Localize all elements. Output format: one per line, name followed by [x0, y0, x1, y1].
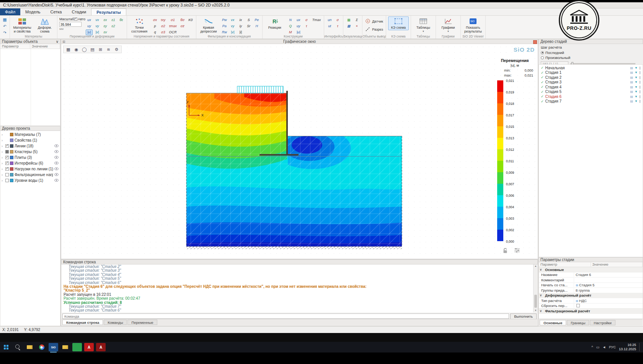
- taskbar-app-icon[interactable]: [37, 343, 46, 351]
- command-input[interactable]: [62, 313, 509, 319]
- result-toggle-button[interactable]: τmax: [168, 23, 178, 29]
- visibility-checkbox[interactable]: [5, 179, 9, 182]
- scroll-down-icon[interactable]: ▼: [534, 309, 538, 312]
- collapse-icon[interactable]: ∨: [539, 294, 543, 297]
- result-toggle-button[interactable]: Tmax: [311, 17, 322, 23]
- stage-item[interactable]: ✓ Стадия 5 ▤ ▼ ∥: [539, 90, 643, 95]
- display-filters-icon[interactable]: [514, 248, 520, 255]
- result-toggle-button[interactable]: Q: [287, 23, 294, 29]
- param-checkbox[interactable]: [576, 304, 580, 307]
- stage-param-row[interactable]: ∨ Фильтрационный расчёт: [539, 309, 643, 314]
- depression-curve-button[interactable]: Кривая депрессии: [198, 16, 219, 34]
- result-toggle-button[interactable]: un: [326, 17, 333, 23]
- taskbar-app-icon[interactable]: [13, 343, 23, 351]
- scale-input[interactable]: [59, 22, 82, 27]
- project-tree-item[interactable]: › Кластеры (5): [0, 149, 60, 155]
- result-toggle-button[interactable]: N: [287, 17, 294, 23]
- radio-custom-step[interactable]: Произвольный: [541, 55, 641, 60]
- visibility-checkbox[interactable]: [5, 162, 9, 165]
- result-toggle-button[interactable]: vy: [94, 23, 101, 29]
- quick-access-button[interactable]: ↶: [2, 23, 8, 29]
- show-results-button[interactable]: SiO Показать результаты: [463, 16, 483, 34]
- canvas-toolbar-button[interactable]: ⊞: [97, 46, 104, 52]
- console-tab[interactable]: Команды: [104, 320, 127, 325]
- eye-icon[interactable]: [54, 167, 59, 171]
- result-toggle-button[interactable]: Sr: [245, 23, 252, 29]
- quick-access-button[interactable]: ↷: [2, 30, 8, 36]
- charts-button[interactable]: Графики: [438, 16, 459, 33]
- stage-item[interactable]: ✓ Стадия 7 ▤ ▼ ∥: [539, 99, 643, 104]
- result-toggle-button[interactable]: Pe: [253, 17, 260, 23]
- expander-icon[interactable]: ›: [2, 162, 4, 165]
- canvas-toolbar-button[interactable]: ◯: [81, 46, 88, 52]
- expander-icon[interactable]: ›: [2, 139, 4, 142]
- stage-param-row[interactable]: ∨ Тип расчёта НДС: [539, 298, 643, 304]
- result-toggle-button[interactable]: ix: [237, 17, 244, 23]
- radio-last-step[interactable]: Последний: [541, 50, 641, 55]
- scroll-up-icon[interactable]: ▲: [534, 264, 538, 268]
- result-toggle-button[interactable]: uy: [86, 23, 93, 29]
- canvas-toolbar-button[interactable]: ▤: [89, 46, 96, 52]
- run-command-button[interactable]: Выполнить: [510, 313, 537, 319]
- result-toggle-button[interactable]: ε1: [110, 17, 117, 23]
- stage-item[interactable]: ✓ Стадия 4 ▤ ▼ ∥: [539, 85, 643, 90]
- tray-chevron-icon[interactable]: ^: [591, 345, 593, 349]
- tray-volume-icon[interactable]: ◄: [602, 345, 606, 349]
- result-toggle-button[interactable]: ux: [86, 17, 93, 23]
- menu-tab[interactable]: Модель: [20, 8, 45, 15]
- result-toggle-button[interactable]: ux: [295, 17, 302, 23]
- stage-item[interactable]: ✓ Стадия 6 ▤ ▼ ∥: [539, 94, 643, 99]
- result-toggle-button[interactable]: H: [253, 23, 260, 29]
- deform-scheme-button[interactable]: Деформ. схема: [34, 16, 55, 34]
- stage-item[interactable]: ✓ Начальная ▤ ▼ ∥: [539, 65, 643, 70]
- result-toggle-button[interactable]: uy: [295, 23, 302, 29]
- visibility-checkbox[interactable]: [5, 156, 9, 159]
- show-desktop-button[interactable]: [639, 343, 641, 351]
- visualization-toggle-button[interactable]: Σ: [353, 17, 360, 23]
- section-cut-button[interactable]: Разрез: [364, 26, 384, 33]
- stage-item[interactable]: ✓ Стадия 1 ▤ ▼ ∥: [539, 70, 643, 75]
- stage-param-row[interactable]: ∨ Деформационный расчёт: [539, 293, 643, 299]
- visibility-checkbox[interactable]: [5, 167, 9, 171]
- expander-icon[interactable]: ›: [2, 133, 4, 137]
- result-toggle-button[interactable]: S: [245, 17, 252, 23]
- stage-param-row[interactable]: ∨ Сбросить пер...: [539, 304, 643, 309]
- result-toggle-button[interactable]: p: [152, 23, 158, 29]
- canvas-toolbar-button[interactable]: ▦: [65, 46, 72, 52]
- language-indicator[interactable]: РУС: [609, 345, 616, 349]
- chevron-down-icon[interactable]: ∨: [56, 39, 59, 44]
- taskbar-app-icon[interactable]: [60, 343, 70, 351]
- project-tree-item[interactable]: › Линии (18): [0, 143, 60, 149]
- result-toggle-button[interactable]: σ1: [168, 17, 178, 23]
- scrollbar-thumb[interactable]: [534, 295, 537, 308]
- visibility-checkbox[interactable]: [5, 173, 9, 176]
- stage-param-row[interactable]: ∨ Основные: [539, 267, 643, 273]
- expander-icon[interactable]: ›: [2, 156, 4, 160]
- result-toggle-button[interactable]: σx: [152, 17, 158, 23]
- reactions-button[interactable]: R Реакции: [264, 16, 285, 30]
- result-toggle-button[interactable]: θε: [118, 17, 125, 23]
- expander-icon[interactable]: ›: [2, 173, 4, 177]
- eye-icon[interactable]: [54, 150, 59, 154]
- fe-scheme-button[interactable]: КЭ схема: [388, 16, 409, 30]
- result-toggle-button[interactable]: τ: [303, 23, 310, 29]
- result-toggle-button[interactable]: σz: [179, 23, 186, 29]
- project-tree-item[interactable]: › Плиты (3): [0, 155, 60, 160]
- stage-param-row[interactable]: ∨ Начать со ста... Стадия 5: [539, 283, 643, 288]
- taskbar-clock[interactable]: 16:25 13.12.2025: [619, 343, 636, 351]
- result-toggle-button[interactable]: vy: [229, 23, 236, 29]
- expander-icon[interactable]: ›: [2, 144, 4, 148]
- eye-icon[interactable]: [54, 161, 59, 165]
- stage-param-row[interactable]: ∨ Название Стадия 6: [539, 273, 643, 278]
- taskbar-app-icon[interactable]: A: [84, 343, 94, 351]
- canvas-toolbar-button[interactable]: ◉: [73, 46, 80, 52]
- result-toggle-button[interactable]: Pw: [221, 17, 228, 23]
- tray-display-icon[interactable]: ▭: [596, 345, 599, 349]
- result-toggle-button[interactable]: εx: [102, 17, 109, 23]
- menu-tab[interactable]: Файл: [0, 8, 20, 15]
- console-log[interactable]: Текущая стадия: "Стадия 2"Текущая стадия…: [62, 264, 537, 312]
- visibility-checkbox[interactable]: [5, 150, 9, 153]
- result-toggle-button[interactable]: σ2: [160, 23, 166, 29]
- stage-param-row[interactable]: ∨ Комментарий: [539, 277, 643, 283]
- param-value[interactable]: 8 группа: [574, 288, 643, 292]
